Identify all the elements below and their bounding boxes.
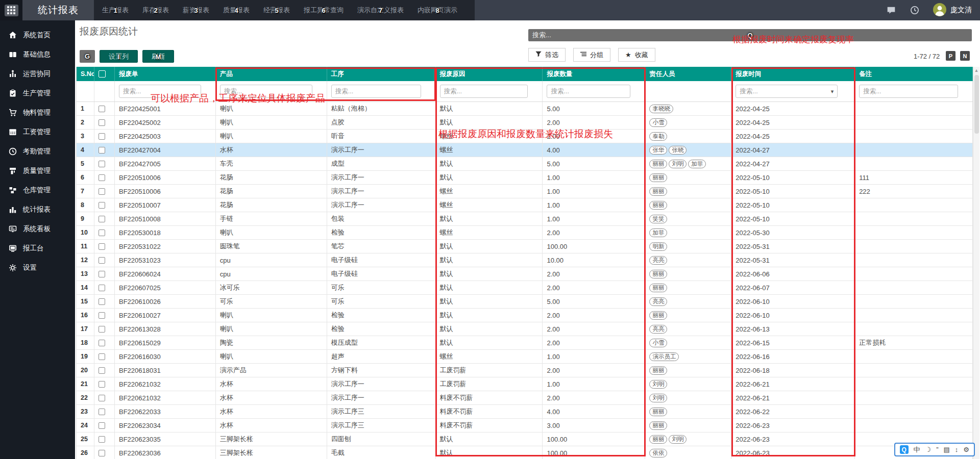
table-row[interactable]: 2BF220425002喇叭点胶默认2.00小雪2022-04-25 bbox=[77, 116, 973, 130]
row-checkbox[interactable] bbox=[99, 188, 105, 195]
sidebar-item-仓库管理[interactable]: 仓库管理 bbox=[0, 181, 75, 200]
table-row[interactable]: 20BF220618031演示产品方钢下料工废罚薪2.00丽丽2022-06-1… bbox=[77, 364, 973, 377]
row-checkbox[interactable] bbox=[99, 285, 105, 291]
table-row[interactable]: 26BF220623036三脚架长枨毛截默认100.00依依2022-06-23 bbox=[77, 446, 973, 459]
filter-input-order[interactable] bbox=[119, 85, 201, 98]
sidebar-item-系统首页[interactable]: 系统首页 bbox=[0, 26, 75, 45]
clock-icon[interactable] bbox=[910, 5, 920, 15]
table-row[interactable]: 17BF220613028喇叭检验默认2.00亮亮2022-06-13 bbox=[77, 322, 973, 336]
table-row[interactable]: 18BF220615029陶瓷模压成型默认2.00小雪2022-06-15正常损… bbox=[77, 336, 973, 350]
row-checkbox[interactable] bbox=[99, 409, 105, 415]
table-row[interactable]: 23BF220622033水杯演示工序三料废不罚薪4.00丽丽2022-06-2… bbox=[77, 405, 973, 419]
table-row[interactable]: 24BF220623034水杯演示工序三料废不罚薪3.00丽丽2022-06-2… bbox=[77, 419, 973, 432]
table-row[interactable]: 7BF220510006花肠演示工序一螺丝1.00丽丽2022-05-10222 bbox=[77, 185, 973, 198]
navbar-tab[interactable]: 内嵌网页演示8 bbox=[418, 6, 457, 15]
row-checkbox[interactable] bbox=[99, 395, 105, 401]
pagination-prev-button[interactable]: P bbox=[946, 51, 955, 61]
sidebar-item-生产管理[interactable]: 生产管理 bbox=[0, 84, 75, 103]
filter-input-reason[interactable] bbox=[440, 85, 528, 98]
row-checkbox[interactable] bbox=[99, 243, 105, 250]
table-row[interactable]: 6BF220510006花肠演示工序一默认1.00丽丽2022-05-10111 bbox=[77, 171, 973, 185]
row-checkbox[interactable] bbox=[99, 381, 105, 388]
pagination-next-button[interactable]: N bbox=[960, 51, 970, 61]
sidebar-item-基础信息[interactable]: 基础信息 bbox=[0, 45, 75, 64]
navbar-tab[interactable]: 质量报表4 bbox=[223, 6, 250, 15]
row-checkbox[interactable] bbox=[99, 202, 105, 209]
navbar-tab[interactable]: 生产报表1 bbox=[102, 6, 129, 15]
filter-button[interactable]: 筛选 bbox=[528, 48, 566, 62]
keyboard-icon[interactable]: ▤ bbox=[944, 446, 950, 453]
row-checkbox[interactable] bbox=[99, 257, 105, 264]
row-checkbox[interactable] bbox=[99, 312, 105, 319]
row-checkbox[interactable] bbox=[99, 367, 105, 374]
table-row[interactable]: 22BF220621032水杯演示工序一料废不罚薪2.00刘明2022-06-2… bbox=[77, 391, 973, 405]
sidebar-item-运营协同[interactable]: 运营协同 bbox=[0, 64, 75, 84]
table-row[interactable]: 19BF220616030喇叭超声螺丝1.00演示员工2022-06-16 bbox=[77, 350, 973, 364]
sidebar-item-物料管理[interactable]: 物料管理 bbox=[0, 103, 75, 122]
navbar-tab[interactable]: 经营报表5 bbox=[263, 6, 290, 15]
table-row[interactable]: 14BF220607025冰可乐可乐默认2.00丽丽2022-06-07 bbox=[77, 281, 973, 295]
sidebar-item-考勤管理[interactable]: 考勤管理 bbox=[0, 142, 75, 161]
row-checkbox[interactable] bbox=[99, 271, 105, 277]
table-row[interactable]: 4BF220427004水杯演示工序一螺丝4.00张华张晓2022-04-27 bbox=[77, 143, 973, 157]
row-checkbox[interactable] bbox=[99, 326, 105, 333]
vertical-scrollbar[interactable]: ▲ bbox=[973, 67, 979, 459]
table-row[interactable]: 21BF220621032水杯演示工序一工废罚薪1.00刘明2022-06-21 bbox=[77, 377, 973, 391]
toolbar-icon-button[interactable]: G bbox=[80, 50, 95, 63]
scrollbar-thumb[interactable] bbox=[974, 75, 979, 134]
filter-input-note[interactable] bbox=[859, 85, 958, 98]
ime-logo-icon[interactable]: Q bbox=[900, 445, 909, 454]
row-checkbox[interactable] bbox=[99, 230, 105, 236]
select-all-checkbox[interactable] bbox=[99, 70, 106, 78]
table-row[interactable]: 5BF220427005车壳成型默认5.00丽丽刘明加菲2022-04-27 bbox=[77, 157, 973, 171]
ime-chinese-mode-icon[interactable]: 中 bbox=[914, 446, 920, 453]
quotes-icon[interactable]: ” bbox=[936, 446, 938, 453]
table-row[interactable]: 13BF220606024cpu电子级硅默认2.00丽丽2022-06-06 bbox=[77, 267, 973, 281]
navbar-tab[interactable]: 报工异常查询6 bbox=[304, 6, 344, 15]
table-row[interactable]: 25BF220623035三脚架长枨四面刨默认100.00丽丽刘明2022-06… bbox=[77, 432, 973, 446]
group-button[interactable]: 分组 bbox=[573, 48, 610, 62]
row-checkbox[interactable] bbox=[99, 340, 105, 346]
row-checkbox[interactable] bbox=[99, 422, 105, 429]
table-row[interactable]: 9BF220510008手链包装默认1.00笑笑2022-05-10 bbox=[77, 212, 973, 226]
row-checkbox[interactable] bbox=[99, 147, 105, 154]
refresh-button[interactable]: 刷新 M bbox=[142, 50, 174, 63]
sidebar-item-报工台[interactable]: 报工台 bbox=[0, 239, 75, 258]
date-filter-input[interactable]: 搜索...▾ bbox=[736, 85, 838, 98]
row-checkbox[interactable] bbox=[99, 161, 105, 167]
row-checkbox[interactable] bbox=[99, 353, 105, 360]
table-row[interactable]: 3BF220425003喇叭听音螺丝2.00泰勒2022-04-25 bbox=[77, 130, 973, 143]
handwriting-icon[interactable]: ↕ bbox=[955, 446, 959, 453]
table-row[interactable]: 11BF220531022圆珠笔笔芯默认100.00明新2022-05-31 bbox=[77, 240, 973, 253]
navbar-tab[interactable]: 薪资报表3 bbox=[183, 6, 209, 15]
table-row[interactable]: 16BF220610027喇叭检验默认2.00丽丽2022-06-10 bbox=[77, 309, 973, 322]
row-checkbox[interactable] bbox=[99, 133, 105, 140]
menu-icon[interactable] bbox=[5, 5, 18, 16]
filter-input-qty[interactable] bbox=[547, 85, 630, 98]
moon-icon[interactable]: ☽ bbox=[925, 446, 932, 453]
filter-input-proc[interactable] bbox=[331, 85, 421, 98]
sidebar-item-工资管理[interactable]: 工资管理 bbox=[0, 122, 75, 142]
row-checkbox[interactable] bbox=[99, 436, 105, 443]
row-checkbox[interactable] bbox=[99, 174, 105, 181]
favorite-button[interactable]: ★ 收藏 bbox=[618, 48, 655, 62]
table-row[interactable]: 12BF220531023cpu电子级硅默认10.00亮亮2022-05-31 bbox=[77, 253, 973, 267]
global-search-input[interactable]: 搜索... Q bbox=[528, 29, 972, 41]
filter-input-prod[interactable] bbox=[220, 85, 312, 98]
sidebar-item-统计报表[interactable]: 统计报表 bbox=[0, 200, 75, 219]
scroll-up-arrow[interactable]: ▲ bbox=[973, 67, 979, 74]
row-checkbox[interactable] bbox=[99, 106, 105, 112]
set-columns-button[interactable]: 设置列 I bbox=[100, 50, 138, 63]
sidebar-item-系统看板[interactable]: 系统看板 bbox=[0, 219, 75, 239]
sidebar-item-设置[interactable]: 设置 bbox=[0, 258, 75, 277]
sidebar-item-质量管理[interactable]: 质量管理 bbox=[0, 161, 75, 181]
table-row[interactable]: 10BF220530018喇叭检验螺丝2.00加菲2022-05-30 bbox=[77, 226, 973, 240]
row-checkbox[interactable] bbox=[99, 216, 105, 222]
table-row[interactable]: 15BF220610026可乐可乐默认5.00亮亮2022-06-10 bbox=[77, 295, 973, 309]
table-row[interactable]: 1BF220425001喇叭粘贴（泡棉）默认5.00李晓晓2022-04-25 bbox=[77, 102, 973, 116]
navbar-tab[interactable]: 库存报表2 bbox=[142, 6, 169, 15]
user-menu[interactable]: 庞文清 bbox=[933, 3, 972, 18]
row-checkbox[interactable] bbox=[99, 119, 105, 126]
row-checkbox[interactable] bbox=[99, 298, 105, 305]
table-row[interactable]: 8BF220510007花肠演示工序一螺丝1.00丽丽2022-05-10 bbox=[77, 198, 973, 212]
